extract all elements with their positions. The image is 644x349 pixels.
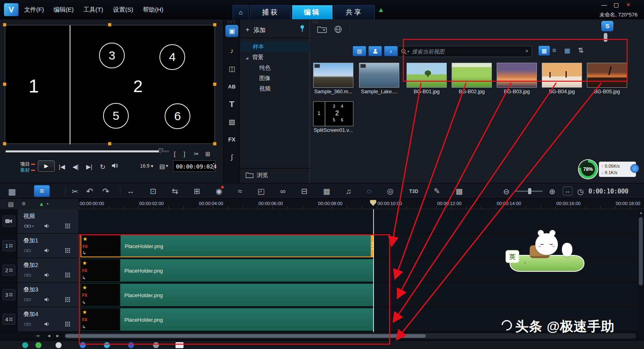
link-icon[interactable]: [24, 296, 31, 304]
tab-edit[interactable]: 编辑: [292, 5, 332, 19]
link-icon[interactable]: [24, 272, 31, 279]
close-button[interactable]: ×: [623, 2, 634, 9]
mute-speaker-icon[interactable]: [44, 296, 50, 304]
scroll-right-icon[interactable]: ▶: [56, 334, 59, 338]
menu-edit[interactable]: 编辑(E): [54, 0, 74, 19]
track-header[interactable]: 视频 ▾: [18, 209, 79, 233]
chevron-down-icon[interactable]: ▾: [47, 202, 49, 206]
media-thumbnail[interactable]: [542, 63, 582, 88]
get-more-content-icon[interactable]: [334, 25, 342, 35]
spin-up-icon[interactable]: ▴: [213, 161, 215, 165]
browse-label[interactable]: 浏览: [257, 172, 268, 179]
taskbar-icon[interactable]: [104, 342, 110, 348]
undo-icon[interactable]: ↶: [86, 187, 93, 196]
horizontal-scrollbar-thumb[interactable]: [65, 334, 426, 338]
next-frame-button[interactable]: ▶|: [86, 163, 92, 170]
motion-tracking-icon[interactable]: ◎: [387, 187, 394, 196]
show-videos-toggle[interactable]: ▤: [353, 46, 366, 56]
track-header[interactable]: 叠加2: [18, 258, 79, 282]
timeline-ruler[interactable]: ▤ ≡ ▲ ▾ 00:00:00:00 00:00:02:00 00:00:04…: [0, 199, 644, 209]
taskbar-icon[interactable]: [175, 342, 184, 348]
mosaic-grid-icon[interactable]: [65, 296, 70, 304]
resize-handle[interactable]: [3, 23, 6, 27]
resize-handle[interactable]: [213, 23, 217, 27]
scroll-left-icon[interactable]: ◀: [47, 334, 50, 338]
zoom-slider-handle[interactable]: [528, 188, 531, 194]
track-icon-overlay2[interactable]: 2: [2, 265, 15, 276]
spin-down-icon[interactable]: ▾: [213, 167, 215, 171]
taskbar-icon[interactable]: [80, 342, 86, 348]
fit-timeline-icon[interactable]: ↔: [563, 187, 572, 195]
view-list-button[interactable]: ≡: [552, 47, 556, 55]
clock-icon[interactable]: ◷: [577, 187, 584, 196]
chevron-down-icon[interactable]: ▾: [32, 224, 34, 228]
input-method-icon[interactable]: S: [601, 21, 613, 31]
menu-help[interactable]: 帮助(H): [143, 0, 163, 19]
browse-folder-icon[interactable]: [246, 172, 254, 180]
chevron-down-icon[interactable]: ▾: [166, 163, 168, 168]
media-category-icon[interactable]: ▣: [225, 25, 238, 37]
graphic-category-icon[interactable]: ▧: [225, 116, 238, 128]
mute-speaker-icon[interactable]: [44, 321, 50, 328]
import-folder-icon[interactable]: [317, 26, 327, 35]
timeline-clip-overlay3[interactable]: ★ FX ↳ PlaceHolder.png: [80, 283, 374, 306]
multicam-icon[interactable]: ▩: [456, 187, 463, 196]
home-tab[interactable]: ⌂: [233, 5, 249, 19]
view-thumbnail-button[interactable]: ▦: [539, 46, 550, 55]
scrubber-track-filled[interactable]: [6, 150, 160, 152]
zoom-out-icon[interactable]: ⊖: [503, 187, 510, 196]
resize-handle[interactable]: [213, 82, 217, 86]
menu-settings[interactable]: 设置(S): [113, 0, 133, 19]
link-icon[interactable]: [24, 321, 31, 328]
scroll-to-top-icon[interactable]: ▲: [39, 201, 44, 207]
play-button[interactable]: ▶: [38, 160, 55, 172]
mute-speaker-icon[interactable]: [44, 223, 50, 230]
sort-button[interactable]: ⇅: [578, 46, 584, 55]
mute-speaker-icon[interactable]: [44, 272, 50, 279]
widget-button[interactable]: [630, 164, 639, 173]
aspect-ratio-select[interactable]: 16:9 ▾: [140, 163, 153, 169]
track-icon-overlay1[interactable]: 1: [2, 240, 15, 251]
pan-zoom-icon[interactable]: ◰: [258, 187, 265, 196]
mosaic-grid-icon[interactable]: [65, 223, 70, 230]
frame-tool-icon[interactable]: ⊡: [150, 187, 156, 196]
tab-capture[interactable]: 捕获: [250, 5, 291, 19]
volume-icon[interactable]: [112, 163, 118, 170]
filter-fx-icon[interactable]: FX: [225, 133, 238, 146]
resize-handle[interactable]: [3, 82, 6, 86]
loop-tool-icon[interactable]: ∞: [280, 187, 286, 196]
preview-canvas[interactable]: 1 2 3 4 5 6: [5, 25, 215, 144]
vertical-scrollbar-thumb[interactable]: [639, 217, 643, 285]
os-taskbar[interactable]: [0, 340, 644, 349]
search-input[interactable]: [412, 47, 516, 56]
show-photos-toggle[interactable]: [368, 46, 382, 56]
taskbar-icon[interactable]: [153, 342, 159, 348]
scroll-up-icon[interactable]: ▲: [639, 211, 643, 215]
mosaic-grid-icon[interactable]: [65, 321, 70, 328]
taskbar-icon[interactable]: [56, 342, 62, 348]
zoom-in-icon[interactable]: ⊕: [549, 187, 555, 196]
resize-handle[interactable]: [108, 23, 111, 27]
ripple-edit-icon[interactable]: ↔: [127, 187, 134, 196]
track-options-icon[interactable]: ≡: [22, 200, 25, 207]
taskbar-icon[interactable]: [22, 342, 28, 348]
motion-path-icon[interactable]: ∫: [225, 151, 238, 163]
lasso-icon[interactable]: ◌: [367, 187, 372, 196]
timeline-clip-overlay2[interactable]: ★ FX ↳ PlaceHolder.png: [80, 259, 374, 282]
category-sample[interactable]: 样本: [240, 42, 310, 52]
mark-out-icon[interactable]: ]: [184, 150, 185, 157]
mask-creator-icon[interactable]: ✎: [434, 187, 440, 196]
taskbar-icon[interactable]: [35, 342, 41, 348]
mark-in-icon[interactable]: [: [174, 150, 175, 157]
media-thumbnail[interactable]: [497, 63, 537, 88]
enlarge-preview-icon[interactable]: ⊞: [205, 150, 211, 158]
scissors-icon[interactable]: ✂: [72, 187, 78, 196]
upgrade-arrow-icon[interactable]: ▲: [378, 6, 384, 14]
category-video[interactable]: 视频: [240, 84, 310, 94]
track-icon-video[interactable]: [2, 216, 15, 227]
resize-handle[interactable]: [3, 142, 6, 146]
media-thumbnail[interactable]: [313, 63, 353, 88]
track-header[interactable]: 叠加1: [18, 234, 79, 258]
transition-category-icon[interactable]: ◫: [225, 63, 238, 75]
mosaic-grid-icon[interactable]: [65, 272, 70, 279]
